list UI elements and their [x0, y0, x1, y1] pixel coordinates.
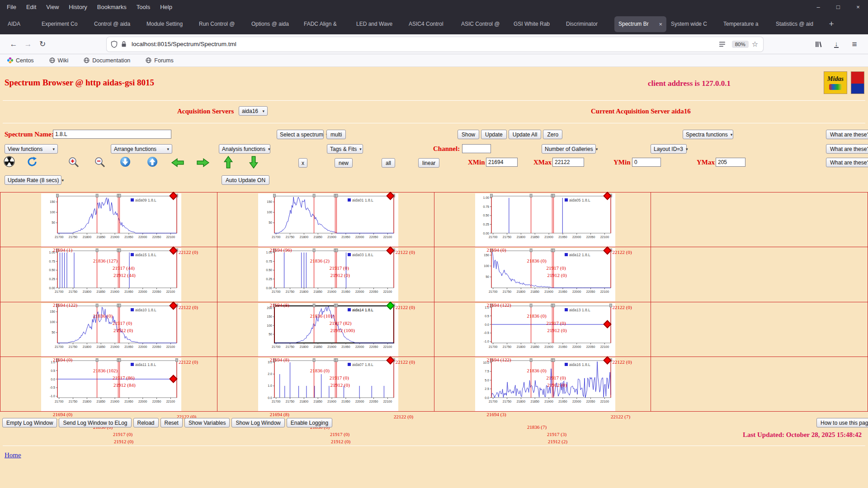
- spectrum-plot-aida05[interactable]: 1.000.750.500.250.0021700217502180021850…: [475, 193, 615, 247]
- tab-control-aida[interactable]: Control @ aida: [90, 16, 142, 32]
- analysis-functions-dropdown[interactable]: Analysis functions: [219, 144, 270, 154]
- what-are-these-button-1[interactable]: What are these?: [826, 130, 868, 139]
- all-button[interactable]: all: [382, 158, 395, 168]
- url-bar[interactable]: localhost:8015/Spectrum/Spectrum.tml 80%…: [107, 37, 763, 52]
- reload-button[interactable]: Reload: [133, 418, 159, 427]
- midas-logo[interactable]: Midas: [824, 71, 847, 94]
- bookmark-centos[interactable]: Centos: [7, 57, 34, 64]
- gsi-logo[interactable]: [851, 71, 864, 94]
- auto-update-button[interactable]: Auto Update ON: [222, 175, 269, 185]
- arrow-down-icon[interactable]: [249, 155, 259, 171]
- spectrum-plot-aida01[interactable]: 1501005021700217502180021850219002195022…: [258, 193, 398, 247]
- show-button[interactable]: Show: [458, 130, 479, 139]
- lock-icon[interactable]: [121, 41, 127, 47]
- update-button[interactable]: Update: [481, 130, 507, 139]
- reload-icon[interactable]: ↻: [35, 37, 50, 52]
- new-tab-button[interactable]: +: [824, 17, 839, 31]
- app-menu-icon[interactable]: ≡: [847, 37, 862, 52]
- menu-history[interactable]: History: [64, 0, 92, 14]
- spectrum-plot-aida16[interactable]: 10.07.55.02.50.0217002175021800218502190…: [475, 358, 615, 411]
- downloads-icon[interactable]: ↓: [829, 37, 844, 52]
- linear-button[interactable]: linear: [418, 158, 439, 168]
- tab-aida[interactable]: AIDA: [4, 16, 37, 32]
- acquisition-server-dropdown[interactable]: aida16: [239, 106, 268, 116]
- select-spectrum-dropdown[interactable]: Select a spectrum: [277, 130, 324, 139]
- library-icon[interactable]: [811, 37, 826, 52]
- tab-module-setting[interactable]: Module Setting: [142, 16, 194, 32]
- ymin-input[interactable]: [632, 158, 661, 167]
- maximize-button[interactable]: □: [828, 4, 848, 10]
- update-all-button[interactable]: Update All: [509, 130, 542, 139]
- xmin-input[interactable]: [486, 158, 518, 167]
- tab-asic-control[interactable]: ASIC Control @: [457, 16, 509, 32]
- spectrum-plot-aida11[interactable]: 1.00.50.0-0.5-1.021700217502180021850219…: [41, 358, 181, 411]
- bookmark-star-icon[interactable]: ☆: [752, 40, 758, 48]
- show-variables-button[interactable]: Show Variables: [184, 418, 230, 427]
- tags-fits-dropdown[interactable]: Tags & Fits: [327, 144, 363, 154]
- sphere-arrow-up-icon[interactable]: [146, 156, 158, 169]
- tab-statistics-aid[interactable]: Statistics @ aid: [772, 16, 824, 32]
- spectrum-plot-aida03[interactable]: 1.000.750.500.250.0021700217502180021850…: [258, 248, 398, 301]
- ymax-input[interactable]: [716, 158, 745, 167]
- tab-discriminator[interactable]: Discriminator: [562, 16, 614, 32]
- bookmark-forums[interactable]: Forums: [146, 57, 173, 64]
- tab-experiment-co[interactable]: Experiment Co: [38, 16, 90, 32]
- bookmark-wiki[interactable]: Wiki: [49, 57, 69, 64]
- tab-asic4-control[interactable]: ASIC4 Control: [405, 16, 457, 32]
- spectrum-name-input[interactable]: [53, 130, 171, 139]
- spectrum-plot-aida14[interactable]: 2001501005021700217502180021850219002195…: [258, 303, 398, 357]
- x-button[interactable]: x: [298, 158, 307, 168]
- spectrum-plot-aida10[interactable]: 1501005021700217502180021850219002195022…: [41, 303, 181, 357]
- zoom-in-icon[interactable]: [68, 156, 80, 170]
- what-are-these-button-3[interactable]: What are these?: [826, 158, 868, 167]
- bookmark-documentation[interactable]: Documentation: [84, 57, 130, 64]
- arrange-functions-dropdown[interactable]: Arrange functions: [111, 144, 172, 154]
- close-button[interactable]: ×: [848, 4, 868, 10]
- number-of-galleries-dropdown[interactable]: Number of Galleries: [542, 144, 596, 154]
- menu-bookmarks[interactable]: Bookmarks: [92, 0, 132, 14]
- zero-button[interactable]: Zero: [543, 130, 562, 139]
- radiation-icon[interactable]: [4, 156, 15, 169]
- home-link[interactable]: Home: [5, 451, 21, 459]
- menu-view[interactable]: View: [41, 0, 64, 14]
- zoom-out-icon[interactable]: [94, 156, 106, 170]
- menu-tools[interactable]: Tools: [132, 0, 155, 14]
- reset-button[interactable]: Reset: [160, 418, 183, 427]
- layout-id-dropdown[interactable]: Layout ID=3: [651, 144, 687, 154]
- back-icon[interactable]: ←: [6, 37, 21, 52]
- new-button[interactable]: new: [335, 158, 353, 168]
- spectrum-plot-aida07[interactable]: 3.02.01.00.02170021750218002185021900219…: [258, 358, 398, 411]
- tab-fadc-align[interactable]: FADC Align &: [300, 16, 352, 32]
- shield-icon[interactable]: [111, 41, 118, 48]
- multi-button[interactable]: multi: [326, 130, 346, 139]
- what-are-these-button-2[interactable]: What are these?: [826, 144, 868, 154]
- arrow-right-icon[interactable]: [196, 158, 210, 169]
- minimize-button[interactable]: –: [808, 4, 828, 10]
- tab-spectrum-br[interactable]: Spectrum Br×: [614, 16, 666, 32]
- view-functions-dropdown[interactable]: View functions: [5, 144, 58, 154]
- update-rate-dropdown[interactable]: Update Rate (8 secs): [5, 175, 61, 185]
- xmax-input[interactable]: [552, 158, 584, 167]
- tab-system-wide-c[interactable]: System wide C: [667, 16, 719, 32]
- channel-input[interactable]: [462, 144, 491, 153]
- sphere-arrow-down-icon[interactable]: [119, 156, 131, 169]
- tab-options-aida[interactable]: Options @ aida: [247, 16, 299, 32]
- enable-logging-button[interactable]: Enable Logging: [287, 418, 332, 427]
- reader-mode-icon[interactable]: [719, 41, 726, 47]
- spectrum-plot-aida09[interactable]: 1501005021700217502180021850219002195022…: [41, 193, 181, 247]
- send-log-to-elog-button[interactable]: Send Log Window to ELog: [59, 418, 131, 427]
- refresh-icon[interactable]: [26, 156, 38, 169]
- tab-run-control[interactable]: Run Control @: [195, 16, 247, 32]
- arrow-up-icon[interactable]: [223, 155, 233, 171]
- tab-close-icon[interactable]: ×: [659, 21, 662, 28]
- arrow-left-icon[interactable]: [171, 158, 184, 169]
- show-log-window-button[interactable]: Show Log Window: [231, 418, 284, 427]
- tab-temperature-a[interactable]: Temperature a: [719, 16, 771, 32]
- menu-edit[interactable]: Edit: [21, 0, 41, 14]
- forward-icon[interactable]: →: [21, 37, 35, 52]
- spectrum-plot-aida13[interactable]: 1.00.50.0-0.5-1.021700217502180021850219…: [475, 303, 615, 357]
- spectra-functions-dropdown[interactable]: Spectra functions: [683, 130, 733, 139]
- menu-file[interactable]: File: [2, 0, 21, 14]
- spectrum-plot-aida15[interactable]: 1.000.750.500.250.0021700217502180021850…: [41, 248, 181, 301]
- tab-gsi-white-rab[interactable]: GSI White Rab: [509, 16, 561, 32]
